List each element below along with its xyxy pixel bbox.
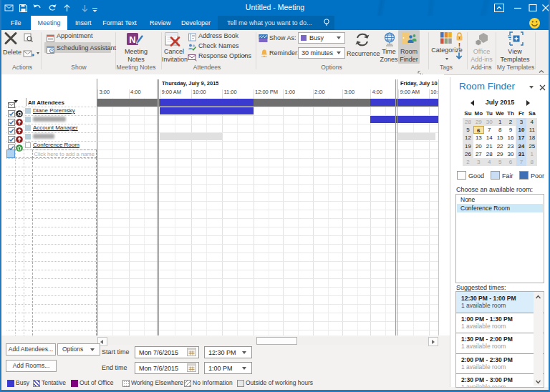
attendee-name-redacted[interactable] <box>33 134 54 139</box>
end-time-field[interactable]: 1:00 PM <box>204 362 252 374</box>
office-addins-button[interactable]: Office Add-ins <box>469 31 494 65</box>
attendee-name[interactable]: Account Manager <box>33 124 78 131</box>
calendar-day-cell[interactable]: 16 <box>506 134 516 142</box>
tab-review[interactable]: Review <box>145 16 171 30</box>
meeting-notes-button[interactable]: N Meeting Notes <box>119 31 153 65</box>
start-date-field[interactable]: Mon 7/6/2015 <box>135 346 199 358</box>
calendar-day-cell[interactable]: 18 <box>526 134 537 142</box>
room-list-item[interactable]: Conference Room <box>457 204 543 212</box>
calendar-day-cell[interactable]: 30 <box>506 150 516 158</box>
suggested-time-item[interactable]: 1:00 PM - 1:30 PM1 available room <box>456 313 534 333</box>
appointment-button[interactable]: Appointment <box>44 31 112 41</box>
calendar-day-cell[interactable]: 21 <box>484 142 495 150</box>
calendar-day-cell[interactable]: 14 <box>484 134 495 142</box>
calendar-day-cell[interactable]: 10 <box>516 126 527 134</box>
calendar-next-icon[interactable] <box>526 100 530 106</box>
calendar-day-cell[interactable]: 7 <box>516 158 527 166</box>
calendar-day-cell[interactable]: 30 <box>484 118 495 126</box>
calendar-day-cell[interactable]: 4 <box>484 158 495 166</box>
scroll-thumb[interactable] <box>256 337 297 345</box>
start-time-field[interactable]: 12:30 PM <box>204 346 252 358</box>
calendar-day-cell[interactable]: 15 <box>495 134 506 142</box>
suggested-time-item[interactable]: 1:30 PM - 2:00 PM1 available room <box>456 333 534 353</box>
calendar-day-cell[interactable]: 17 <box>516 134 527 142</box>
room-finder-close-icon[interactable] <box>539 82 546 94</box>
timeline-scrollbar[interactable] <box>97 337 438 345</box>
tab-insert[interactable]: Insert <box>71 16 93 30</box>
calendar-day-cell[interactable]: 29 <box>495 150 506 158</box>
open-item-icon[interactable] <box>24 32 33 45</box>
calendar-day-cell[interactable]: 20 <box>473 142 484 150</box>
tab-meeting[interactable]: Meeting <box>31 16 67 30</box>
high-importance-icon[interactable]: ! <box>456 41 463 50</box>
calendar-day-cell[interactable]: 5 <box>463 126 473 134</box>
options-button[interactable]: Options <box>57 343 100 356</box>
forward-caret-icon[interactable] <box>37 52 39 54</box>
calendar-day-cell[interactable]: 23 <box>506 142 516 150</box>
calendar-month-label[interactable]: July 2015 <box>450 99 549 106</box>
add-row-name-cell[interactable]: Click here to add a name <box>32 150 97 158</box>
calendar-day-cell[interactable]: 9 <box>506 126 516 134</box>
scheduling-assistant-button[interactable]: Scheduling Assistant <box>44 42 111 53</box>
calendar-day-cell[interactable]: 7 <box>484 126 495 134</box>
recurrence-button[interactable]: Recurrence <box>347 31 378 62</box>
calendar-day-cell[interactable]: 4 <box>526 118 537 126</box>
save-icon[interactable] <box>19 3 29 13</box>
suggestions-scrollbar-track[interactable] <box>534 292 543 386</box>
suggested-time-item[interactable]: 12:30 PM - 1:00 PM1 available room <box>456 292 534 313</box>
collapse-ribbon-icon[interactable] <box>538 65 545 78</box>
tab-format-text[interactable]: Format Text <box>97 16 142 30</box>
calendar-day-cell[interactable]: 31 <box>516 150 527 158</box>
suggested-time-item[interactable]: 2:30 PM - 3:00 PM1 available room <box>456 373 534 388</box>
cancel-invitation-button[interactable]: Cancel Invitation <box>162 31 186 65</box>
add-rooms-button[interactable]: Add Rooms... <box>6 360 57 372</box>
room-finder-menu-caret-icon[interactable] <box>529 86 534 89</box>
calendar-day-cell[interactable]: 1 <box>526 150 537 158</box>
add-row-selected-cell[interactable] <box>6 150 15 158</box>
tab-developer[interactable]: Developer <box>177 16 207 30</box>
low-importance-icon[interactable] <box>455 51 463 64</box>
tab-file[interactable]: File <box>6 16 24 30</box>
previous-item-icon[interactable] <box>63 3 74 13</box>
calendar-day-cell[interactable]: 22 <box>495 142 506 150</box>
suggestions-scroll-up-button[interactable] <box>534 292 543 301</box>
suggested-times-list[interactable]: 12:30 PM - 1:00 PM1 available room1:00 P… <box>455 291 544 388</box>
tell-me-box[interactable]: Tell me what you want to do... <box>218 16 334 30</box>
attendee-name[interactable]: Diane Poremsky <box>33 107 75 114</box>
view-templates-button[interactable]: View Templates <box>498 31 531 65</box>
calendar-day-cell[interactable]: 28 <box>484 150 495 158</box>
calendar-day-cell[interactable]: 27 <box>473 150 484 158</box>
room-finder-button[interactable]: Room Finder <box>398 30 420 64</box>
calendar-day-cell[interactable]: 1 <box>495 118 506 126</box>
suggested-time-item[interactable]: 2:00 PM - 2:30 PM1 available room <box>456 353 534 374</box>
attendee-name[interactable]: Conference Room <box>33 142 79 148</box>
calendar-day-cell[interactable]: 28 <box>463 118 473 126</box>
calendar-day-cell[interactable]: 2 <box>506 118 516 126</box>
scroll-right-button[interactable] <box>428 337 438 346</box>
add-attendees-button[interactable]: Add Attendees... <box>6 343 56 356</box>
redo-icon[interactable] <box>47 3 58 13</box>
calendar-day-cell[interactable]: 12 <box>463 134 473 142</box>
show-as-dropdown[interactable]: Busy <box>298 32 345 44</box>
calendar-day-cell[interactable]: 29 <box>473 118 484 126</box>
suggestions-scroll-down-button[interactable] <box>534 376 543 386</box>
start-date-picker-icon[interactable] <box>187 348 196 358</box>
time-zones-button[interactable]: Time Zones <box>379 31 399 65</box>
attendee-name-redacted[interactable] <box>33 117 66 122</box>
calendar-day-cell[interactable]: 2 <box>463 158 473 166</box>
calendar-day-cell[interactable]: 5 <box>495 158 506 166</box>
calendar-day-cell[interactable]: 26 <box>463 150 473 158</box>
available-rooms-list[interactable]: NoneConference Room <box>455 194 544 283</box>
add-attendee-row[interactable]: Click here to add a name <box>6 150 96 158</box>
calendar-day-cell[interactable]: 19 <box>463 142 473 150</box>
calendar-day-cell[interactable]: 3 <box>473 158 484 166</box>
forward-icon[interactable] <box>23 49 34 62</box>
next-item-icon[interactable] <box>81 3 92 13</box>
calendar-day-cell[interactable]: 3 <box>516 118 527 126</box>
calendar-day-cell[interactable]: 11 <box>526 126 537 134</box>
calendar-day-cell[interactable]: 25 <box>526 142 537 150</box>
end-date-field[interactable]: Mon 7/6/2015 <box>135 362 199 374</box>
calendar-day-cell[interactable]: 8 <box>526 158 537 166</box>
calendar-day-cell[interactable]: 13 <box>473 134 484 142</box>
room-list-item[interactable]: None <box>457 195 543 204</box>
